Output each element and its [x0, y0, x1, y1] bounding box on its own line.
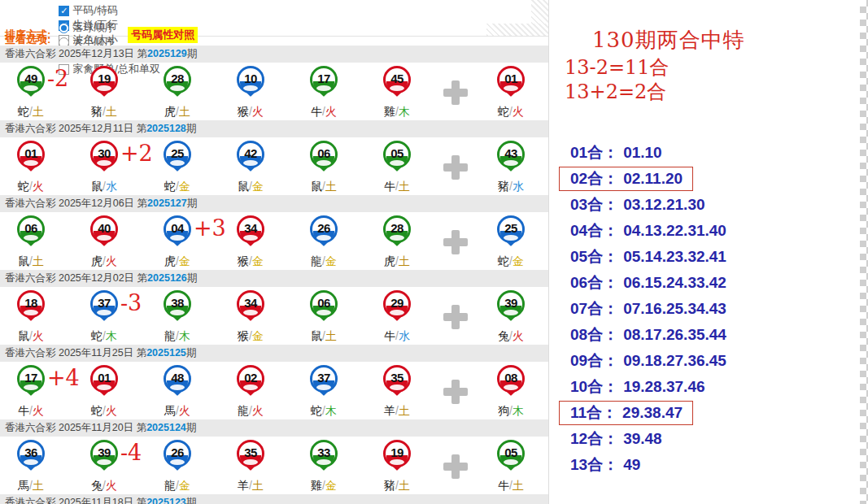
combo-text: 03合：03.12.21.30	[559, 193, 716, 217]
ball-number: 06	[20, 221, 42, 235]
zodiac-element-label: 蛇/木	[70, 329, 138, 344]
lottery-ball: 33	[310, 440, 338, 467]
draw-date: 2025年11月20日	[59, 422, 137, 433]
zodiac-char: 鼠	[18, 329, 29, 342]
zodiac-char: 蛇	[18, 180, 29, 193]
view-option-1[interactable]: ✓平码/特码	[59, 3, 160, 18]
ball-gloss	[170, 85, 185, 91]
zodiac-char: 雞	[311, 479, 322, 492]
combo-label: 04合：	[570, 220, 618, 241]
zodiac-element-label: 鼠/土	[0, 254, 65, 269]
zodiac-char: 蛇	[164, 180, 176, 193]
ball-cell: 18 鼠/火	[0, 287, 65, 345]
lottery-name: 香港六合彩	[5, 347, 59, 358]
element-char: 土	[252, 479, 264, 492]
combo-highlight-box: 11合：29.38.47	[559, 401, 693, 425]
draw-body: 17 牛/火 +4 01 蛇/火 48 馬/火	[0, 362, 549, 419]
zodiac-element-label: 豬/土	[363, 479, 431, 493]
combo-text: 13合：49	[559, 453, 651, 477]
combo-row: 06合：06.15.24.33.42	[569, 270, 737, 296]
zodiac-element-label: 虎/土	[363, 254, 431, 269]
zodiac-char: 兔	[91, 479, 103, 492]
element-char: 火	[33, 180, 44, 193]
zodiac-char: 蛇	[18, 105, 29, 118]
zodiac-element-label: 猴/金	[216, 254, 285, 269]
ball-cell: 48 馬/火	[143, 362, 212, 419]
zodiac-element-label: 鼠/火	[0, 329, 65, 344]
combo-row: 05合：05.14.23.32.41	[569, 244, 737, 270]
element-char: 土	[399, 180, 410, 193]
zodiac-char: 蛇	[91, 329, 103, 342]
lottery-name: 香港六合彩	[5, 422, 59, 433]
handwritten-note: -4	[120, 440, 142, 465]
ball-gloss	[170, 385, 185, 390]
ball-number: 34	[239, 221, 262, 235]
ball-gloss	[170, 160, 185, 166]
draw-block: 香港六合彩 2025年12月06日 第2025127期 06 鼠/土 40 虎/…	[0, 195, 549, 270]
zodiac-char: 羊	[384, 404, 395, 417]
period-suffix: 期	[186, 497, 197, 504]
sort-option-1[interactable]: 落球顺序	[59, 20, 115, 35]
draw-date: 2025年12月11日	[59, 123, 137, 134]
lottery-ball: 39	[497, 290, 525, 318]
ball-gloss	[24, 385, 38, 390]
period-prefix: 第	[137, 272, 148, 284]
element-char: 土	[325, 180, 337, 193]
combo-row: 01合：01.10	[569, 140, 737, 166]
element-char: 金	[252, 180, 264, 193]
lottery-name: 香港六合彩	[5, 198, 59, 209]
lottery-ball: 35	[383, 365, 411, 393]
formula-line: 13+2=2合	[565, 80, 670, 104]
ball-gloss	[390, 235, 404, 241]
combo-row: 07合：07.16.25.34.43	[569, 296, 737, 322]
period-suffix: 期	[187, 272, 198, 284]
element-char: 木	[399, 105, 410, 118]
zodiac-element-label: 鼠/水	[70, 180, 138, 194]
combo-values: 08.17.26.35.44	[623, 324, 726, 345]
zodiac-element-label: 蛇/土	[0, 105, 65, 119]
formula-line: 13-2=11合	[565, 55, 670, 80]
ball-number: 04	[166, 221, 189, 235]
combo-text: 06合：06.15.24.33.42	[559, 271, 737, 295]
zodiac-char: 龍	[164, 479, 176, 492]
ball-cell: 37 蛇/木	[290, 362, 358, 419]
ball-number: 28	[386, 221, 408, 235]
ball-number: 17	[20, 371, 42, 385]
zodiac-element-label: 蛇/火	[477, 105, 545, 119]
element-char: 木	[106, 329, 117, 342]
element-char: 火	[513, 105, 524, 118]
lottery-ball: 29	[383, 290, 411, 318]
ball-cell: 29 牛/水	[363, 287, 431, 345]
ball-cell: 04 虎/金 +3	[143, 212, 212, 270]
number-attribute-compare-button[interactable]: 号码属性对照	[128, 27, 198, 43]
zodiac-char: 雞	[384, 105, 395, 118]
element-char: 火	[252, 404, 264, 417]
period-suffix: 期	[186, 123, 197, 134]
combo-row: 09合：09.18.27.36.45	[569, 348, 737, 374]
ball-gloss	[243, 459, 258, 465]
ball-cell: 25 蛇/金	[477, 212, 545, 270]
ball-number: 37	[312, 371, 335, 385]
element-char: 金	[252, 329, 264, 342]
combo-label: 05合：	[570, 246, 618, 267]
zodiac-element-label: 狗/木	[477, 404, 545, 419]
period-number: 2025129	[147, 48, 187, 59]
lottery-name: 香港六合彩	[5, 272, 59, 284]
ball-gloss	[97, 459, 111, 465]
element-char: 木	[325, 404, 337, 417]
zodiac-element-label: 豬/水	[477, 180, 545, 194]
checkbox-icon[interactable]: ✓	[59, 6, 69, 16]
period-suffix: 期	[187, 48, 198, 59]
radio-icon[interactable]	[59, 23, 69, 33]
ball-cell: 34 猴/金	[216, 212, 285, 270]
zodiac-char: 牛	[311, 105, 322, 118]
ball-number: 01	[93, 371, 116, 385]
ball-number: 18	[20, 296, 42, 310]
ball-number: 01	[499, 72, 522, 85]
plus-icon	[443, 454, 468, 479]
element-char: 金	[252, 254, 264, 267]
combo-row: 10合：19.28.37.46	[569, 374, 737, 400]
combo-label: 13合：	[570, 454, 618, 476]
period-number: 2025123	[146, 497, 186, 504]
zodiac-element-label: 猴/火	[216, 105, 285, 119]
